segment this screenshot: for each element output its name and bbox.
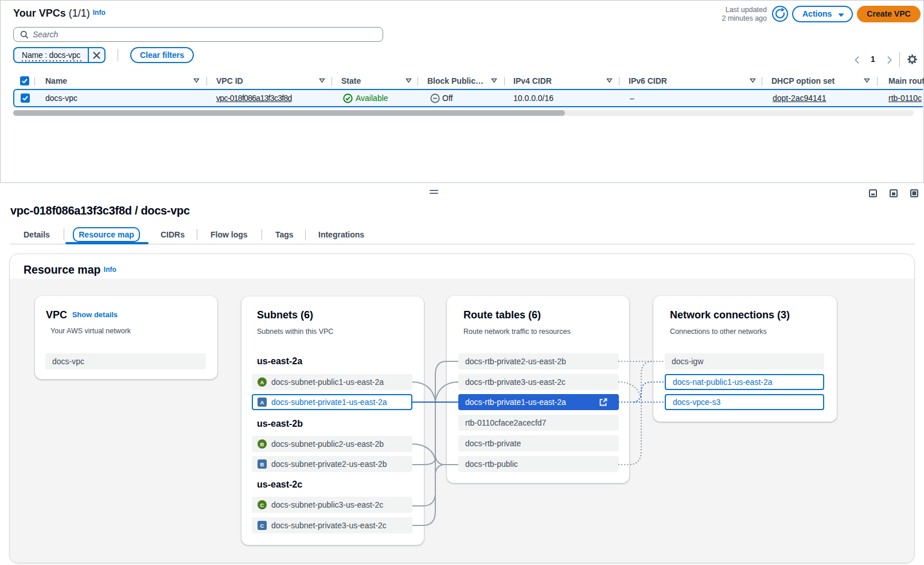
svg-text:B: B [260,461,264,467]
svg-text:C: C [260,502,264,508]
svg-text:B: B [260,441,264,447]
svg-text:A: A [260,399,264,406]
svg-text:A: A [260,379,264,385]
svg-text:C: C [260,523,264,529]
